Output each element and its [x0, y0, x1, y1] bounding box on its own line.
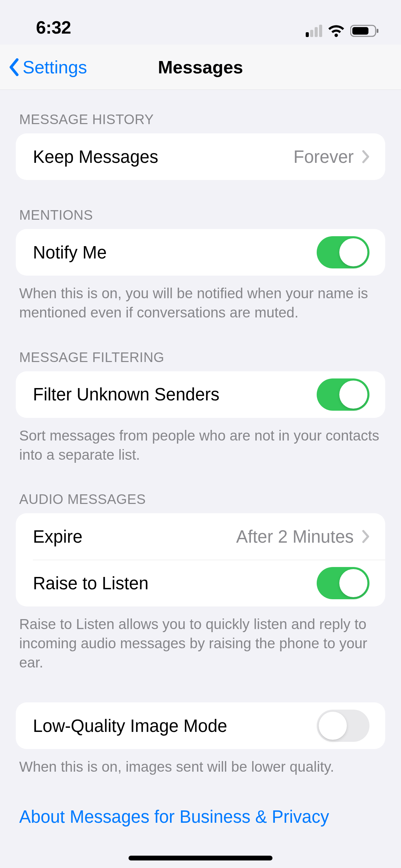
- keep-messages-label: Keep Messages: [33, 147, 158, 167]
- chevron-left-icon: [8, 58, 19, 76]
- raise-to-listen-toggle[interactable]: [317, 567, 369, 599]
- svg-rect-2: [377, 29, 378, 33]
- back-label: Settings: [23, 57, 87, 77]
- expire-label: Expire: [33, 527, 83, 547]
- notify-me-row[interactable]: Notify Me: [16, 229, 385, 276]
- low-quality-label: Low-Quality Image Mode: [33, 716, 227, 736]
- about-messages-link[interactable]: About Messages for Business & Privacy: [0, 807, 401, 827]
- section-header-audio-messages: AUDIO MESSAGES: [0, 492, 401, 513]
- low-quality-row[interactable]: Low-Quality Image Mode: [16, 702, 385, 749]
- chevron-right-icon: [362, 150, 369, 163]
- filter-unknown-toggle[interactable]: [317, 378, 369, 411]
- wifi-icon: [328, 25, 345, 37]
- svg-rect-1: [352, 27, 368, 35]
- low-quality-toggle[interactable]: [317, 710, 369, 742]
- nav-bar: Settings Messages: [0, 45, 401, 90]
- group-message-history: Keep Messages Forever: [16, 133, 385, 180]
- low-quality-footer: When this is on, images sent will be low…: [0, 749, 401, 776]
- section-header-message-history: MESSAGE HISTORY: [0, 112, 401, 133]
- group-mentions: Notify Me: [16, 229, 385, 276]
- expire-value: After 2 Minutes: [236, 527, 354, 547]
- mentions-footer: When this is on, you will be notified wh…: [0, 276, 401, 322]
- group-message-filtering: Filter Unknown Senders: [16, 371, 385, 418]
- keep-messages-value: Forever: [293, 147, 354, 167]
- group-audio-messages: Expire After 2 Minutes Raise to Listen: [16, 513, 385, 606]
- status-indicators: [306, 24, 382, 38]
- chevron-right-icon: [362, 530, 369, 543]
- section-header-message-filtering: MESSAGE FILTERING: [0, 350, 401, 371]
- message-filtering-footer: Sort messages from people who are not in…: [0, 418, 401, 465]
- raise-to-listen-row[interactable]: Raise to Listen: [16, 560, 385, 606]
- raise-to-listen-label: Raise to Listen: [33, 573, 148, 593]
- battery-icon: [350, 24, 379, 38]
- keep-messages-row[interactable]: Keep Messages Forever: [16, 133, 385, 180]
- status-time: 6:32: [36, 17, 71, 38]
- audio-messages-footer: Raise to Listen allows you to quickly li…: [0, 606, 401, 672]
- expire-row[interactable]: Expire After 2 Minutes: [16, 513, 385, 560]
- home-indicator[interactable]: [129, 856, 272, 860]
- back-button[interactable]: Settings: [8, 57, 87, 77]
- content-scroll[interactable]: MESSAGE HISTORY Keep Messages Forever ME…: [0, 90, 401, 847]
- group-low-quality: Low-Quality Image Mode: [16, 702, 385, 749]
- status-bar: 6:32: [0, 0, 401, 45]
- cellular-signal-icon: [306, 25, 322, 37]
- section-header-mentions: MENTIONS: [0, 207, 401, 229]
- filter-unknown-row[interactable]: Filter Unknown Senders: [16, 371, 385, 418]
- filter-unknown-label: Filter Unknown Senders: [33, 384, 219, 405]
- notify-me-label: Notify Me: [33, 242, 107, 263]
- notify-me-toggle[interactable]: [317, 236, 369, 268]
